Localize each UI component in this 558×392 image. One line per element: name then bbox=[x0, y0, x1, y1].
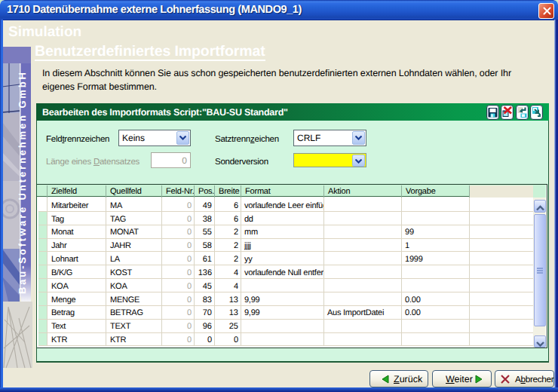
svg-text:Bau-Software Unternehmen GmbH: Bau-Software Unternehmen GmbH bbox=[17, 72, 28, 294]
